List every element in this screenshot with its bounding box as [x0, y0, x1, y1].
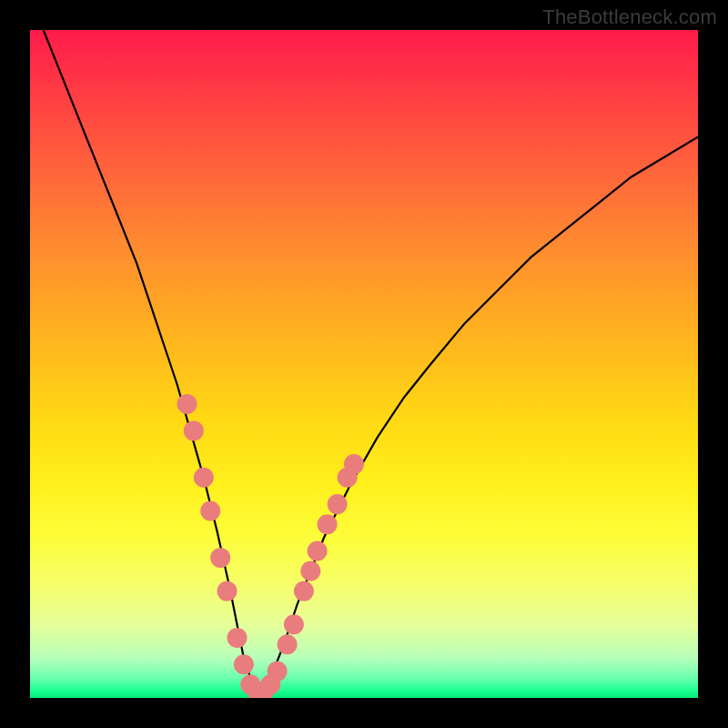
curve-dot — [284, 614, 304, 634]
curve-dot — [318, 514, 338, 534]
curve-dot — [308, 541, 328, 561]
curve-dot — [228, 628, 248, 648]
curve-dot — [268, 662, 288, 682]
curve-dot — [234, 654, 254, 674]
bottleneck-curve — [44, 30, 698, 692]
curve-dot — [300, 561, 320, 581]
curve-svg — [30, 30, 698, 698]
plot-area — [30, 30, 698, 698]
curve-dot — [184, 420, 204, 440]
curve-dot — [177, 394, 197, 414]
curve-dot — [194, 468, 214, 488]
curve-dot — [344, 454, 364, 474]
curve-dot — [294, 581, 314, 602]
curve-dot — [328, 494, 348, 514]
watermark-text: TheBottleneck.com — [542, 5, 717, 29]
curve-dot — [210, 548, 230, 568]
curve-dot — [217, 581, 238, 602]
curve-dot — [278, 634, 298, 654]
curve-dot — [200, 501, 220, 521]
chart-frame: TheBottleneck.com — [0, 0, 728, 728]
